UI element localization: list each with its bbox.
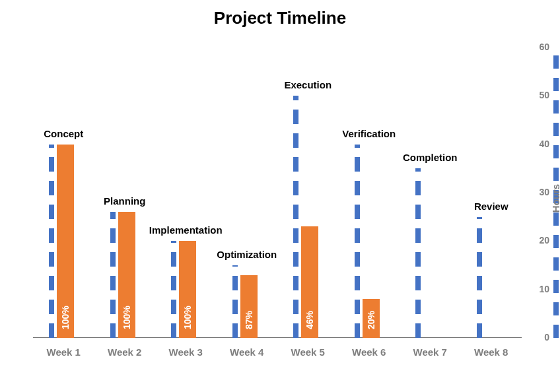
- allocated-bar: [171, 241, 176, 338]
- y-axis-label: Hours: [550, 184, 560, 212]
- percent-label: 20%: [366, 312, 376, 329]
- x-tick: Week 4: [230, 346, 263, 358]
- category-label: Verification: [342, 128, 396, 139]
- y-tick: 30: [530, 187, 549, 197]
- percent-label: 100%: [122, 312, 132, 329]
- category-label: Execution: [284, 79, 332, 90]
- percent-label: 87%: [244, 312, 254, 329]
- category-label: Review: [474, 201, 508, 212]
- chart-title: Project Timeline: [0, 8, 560, 28]
- chart-container: Project Timeline Week 1100%ConceptWeek 2…: [0, 0, 560, 392]
- allocated-bar: [110, 212, 116, 338]
- x-tick: Week 5: [291, 346, 325, 358]
- y-tick: 10: [530, 284, 549, 294]
- allocated-bar: [415, 168, 421, 338]
- y-tick: 0: [530, 332, 549, 343]
- plot-area: Week 1100%ConceptWeek 2100%PlanningWeek …: [33, 48, 522, 358]
- y-tick: 60: [530, 42, 549, 52]
- allocated-bar: [49, 145, 54, 338]
- x-tick: Week 1: [47, 346, 81, 358]
- allocated-bar: [232, 265, 238, 338]
- category-label: Concept: [44, 128, 83, 139]
- x-tick: Week 8: [474, 346, 508, 358]
- allocated-bar: [477, 217, 482, 338]
- category-label: Completion: [403, 152, 458, 163]
- percent-label: 46%: [304, 312, 315, 329]
- percent-label: 100%: [182, 312, 193, 329]
- x-tick: Week 2: [108, 346, 141, 358]
- x-tick: Week 6: [352, 346, 386, 358]
- allocated-bar: [293, 96, 298, 338]
- category-label: Optimization: [217, 249, 277, 260]
- y-tick: 40: [530, 139, 549, 149]
- allocated-bar: [355, 145, 360, 338]
- category-label: Implementation: [149, 224, 223, 236]
- x-tick: Week 7: [413, 346, 447, 358]
- x-tick: Week 3: [169, 346, 203, 358]
- category-label: Planning: [104, 195, 145, 207]
- x-axis-line: [33, 337, 522, 338]
- percent-label: 100%: [60, 312, 71, 329]
- y-tick: 20: [530, 235, 549, 245]
- y-tick: 50: [530, 90, 549, 100]
